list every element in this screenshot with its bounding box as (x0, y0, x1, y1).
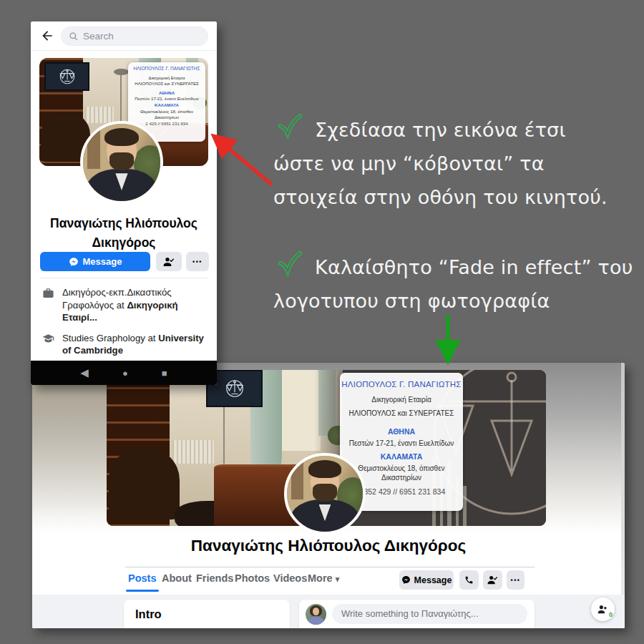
search-input[interactable]: Search (61, 26, 208, 46)
tab-about[interactable]: About (162, 572, 192, 584)
friend-status-button[interactable] (483, 570, 502, 590)
card-address: Πεστών 17-21, έναντι Ευελπίδων (340, 439, 463, 448)
card-line: ΗΛΙΟΠΟΥΛΟΣ και ΣΥΝΕΡΓΑΤΕΣ (340, 409, 463, 418)
more-options-button[interactable]: ••• (186, 252, 209, 271)
mobile-screenshot: Search ΗΛΙΟΠΟΥΛΟΣ Γ. ΠΑΝΑΓ (31, 21, 217, 385)
card-city: ΚΑΛΑΜΑΤΑ (128, 102, 205, 109)
android-recents-button[interactable]: ■ (162, 368, 167, 379)
avatar (287, 456, 363, 532)
mobile-top-bar: Search (31, 21, 217, 51)
search-placeholder: Search (83, 27, 114, 45)
scales-of-justice-icon (224, 378, 245, 399)
friend-status-button[interactable] (156, 252, 182, 271)
divider (39, 278, 208, 278)
bio-item-studies[interactable]: Studies Graphology at University of Camb… (42, 332, 207, 357)
friend-requests-chip[interactable]: 0 (591, 597, 615, 621)
briefcase-icon (42, 287, 54, 299)
messenger-icon (401, 575, 411, 585)
card-address: Πεστών 17-21, έναντι Ευελπίδων (128, 96, 205, 102)
chevron-down-icon: ▾ (336, 575, 340, 583)
tv-scales-logo (44, 62, 89, 91)
more-dots-icon: ••• (192, 258, 203, 265)
card-line: ΗΛΙΟΠΟΥΛΟΣ και ΣΥΝΕΡΓΑΤΕΣ (128, 81, 205, 87)
tab-photos[interactable]: Photos (235, 572, 270, 584)
card-city: ΑΘΗΝΑ (340, 427, 463, 436)
profile-picture[interactable] (80, 121, 163, 204)
note-2: Καλαίσθητο “Fade in effect” του λογοτυπο… (273, 250, 642, 318)
composer-placeholder: Write something to Παναγιώτης... (332, 604, 527, 624)
call-button[interactable] (459, 570, 479, 590)
more-dots-icon: ••• (511, 577, 521, 584)
person-check-icon (163, 256, 175, 268)
card-city: ΑΘΗΝΑ (128, 90, 205, 97)
red-arrow (216, 138, 272, 185)
person-check-icon (487, 575, 498, 585)
search-icon (69, 31, 79, 42)
tab-more[interactable]: More ▾ (308, 572, 339, 584)
android-nav-bar: ◀ ● ■ (31, 361, 217, 385)
active-tab-underline (126, 590, 159, 592)
card-address: Δικαστηρίων (128, 114, 205, 121)
cover-lamp (120, 72, 122, 123)
page-background-tint (32, 363, 118, 538)
profile-name: Παναγιώτης Ηλιόπουλος Δικηγόρος (31, 214, 217, 253)
back-arrow-icon[interactable] (40, 29, 54, 43)
friends-icon (597, 603, 609, 615)
bio-item-work[interactable]: Δικηγόρος-εκπ.Δικαστικός Γραφολόγος at Δ… (42, 286, 207, 324)
card-address: Θεμιστοκλέους 18, όπισθεν (128, 109, 205, 115)
content-area: Intro Write something to Παναγιώτης... 0 (32, 595, 625, 628)
more-options-button[interactable]: ••• (507, 570, 525, 590)
tab-videos[interactable]: Videos (273, 572, 307, 584)
intro-title: Intro (124, 600, 290, 621)
message-label: Message (83, 256, 122, 267)
phone-icon (464, 575, 474, 585)
card-city: ΚΑΛΑΜΑΤΑ (340, 452, 463, 462)
profile-picture[interactable] (284, 453, 366, 535)
graduation-cap-icon (42, 333, 54, 345)
message-button[interactable]: Message (399, 570, 454, 590)
viewer-avatar[interactable] (306, 604, 326, 625)
card-title: ΗΛΙΟΠΟΥΛΟΣ Γ. ΠΑΝΑΓΙΩΤΗΣ (128, 66, 205, 72)
card-line: Δικηγορική Εταιρία (340, 395, 463, 404)
scales-of-justice-icon (58, 67, 77, 86)
message-label: Message (414, 575, 452, 585)
note-1: Σχεδίασα την εικόνα έτσι ώστε να μην “κό… (273, 113, 642, 214)
note-1-line-1: Σχεδίασα την εικόνα έτσι (273, 113, 642, 147)
note-2-line-2: λογοτυπου στη φωτογραφία (273, 284, 642, 318)
divider (125, 567, 535, 567)
note-1-line-3: στοιχεία στην οθόνη του κινητού. (273, 180, 642, 214)
card-line: Δικηγορική Εταιρία (128, 75, 205, 82)
post-composer[interactable]: Write something to Παναγιώτης... (299, 600, 535, 628)
avatar (83, 124, 160, 201)
profile-name: Παναγιώτης Ηλιόπουλος Δικηγόρος (32, 537, 625, 555)
composer-input[interactable]: Write something to Παναγιώτης... (332, 604, 527, 624)
message-button[interactable]: Message (40, 252, 150, 271)
android-back-button[interactable]: ◀ (80, 366, 89, 379)
intro-card: Intro (124, 600, 290, 628)
tab-friends[interactable]: Friends (196, 572, 233, 584)
note-1-line-2: ώστε να μην “κόβονται” τα (273, 147, 642, 180)
scrollbar[interactable] (621, 363, 625, 628)
messenger-icon (69, 257, 79, 267)
tab-posts[interactable]: Posts (128, 572, 157, 584)
note-2-line-1: Καλαίσθητο “Fade in effect” του (273, 250, 642, 284)
friend-count-badge: 0 (609, 611, 613, 618)
desktop-screenshot: ΗΛΙΟΠΟΥΛΟΣ Γ. ΠΑΝΑΓΙΩΤΗΣ Δικηγορική Εται… (32, 363, 625, 628)
cover-radiator (85, 107, 114, 123)
android-home-button[interactable]: ● (122, 368, 128, 379)
card-title: ΗΛΙΟΠΟΥΛΟΣ Γ. ΠΑΝΑΓΙΩΤΗΣ (340, 380, 463, 389)
